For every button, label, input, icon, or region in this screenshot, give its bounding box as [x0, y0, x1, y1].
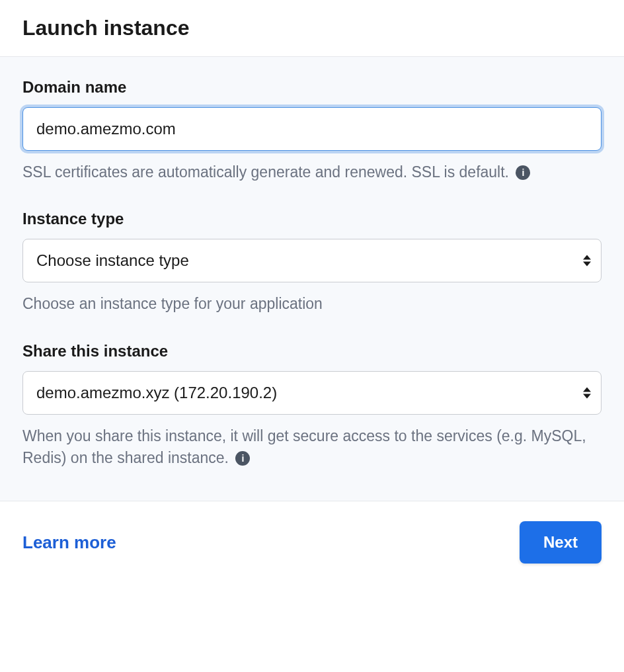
domain-help: SSL certificates are automatically gener…	[22, 161, 591, 183]
share-instance-select[interactable]: demo.amezmo.xyz (172.20.190.2)	[22, 371, 602, 415]
info-icon[interactable]: i	[235, 451, 250, 466]
share-select-wrap: demo.amezmo.xyz (172.20.190.2)	[22, 371, 602, 415]
instance-type-label: Instance type	[22, 210, 602, 228]
info-icon[interactable]: i	[516, 165, 530, 180]
learn-more-link[interactable]: Learn more	[22, 532, 116, 553]
footer: Learn more Next	[0, 501, 624, 583]
header: Launch instance	[0, 0, 624, 56]
share-help: When you share this instance, it will ge…	[22, 425, 591, 470]
instance-type-field-block: Instance type Choose instance type Choos…	[22, 210, 602, 315]
instance-type-select-wrap: Choose instance type	[22, 239, 602, 282]
share-field-block: Share this instance demo.amezmo.xyz (172…	[22, 342, 602, 470]
domain-help-text: SSL certificates are automatically gener…	[22, 163, 509, 181]
share-label: Share this instance	[22, 342, 602, 360]
next-button[interactable]: Next	[520, 521, 602, 564]
share-help-text: When you share this instance, it will ge…	[22, 427, 586, 466]
domain-field-block: Domain name SSL certificates are automat…	[22, 78, 602, 183]
domain-input[interactable]	[22, 107, 602, 151]
domain-label: Domain name	[22, 78, 602, 97]
form-area: Domain name SSL certificates are automat…	[0, 56, 624, 501]
page-title: Launch instance	[22, 16, 602, 40]
instance-type-select[interactable]: Choose instance type	[22, 239, 602, 282]
instance-type-help: Choose an instance type for your applica…	[22, 293, 327, 315]
